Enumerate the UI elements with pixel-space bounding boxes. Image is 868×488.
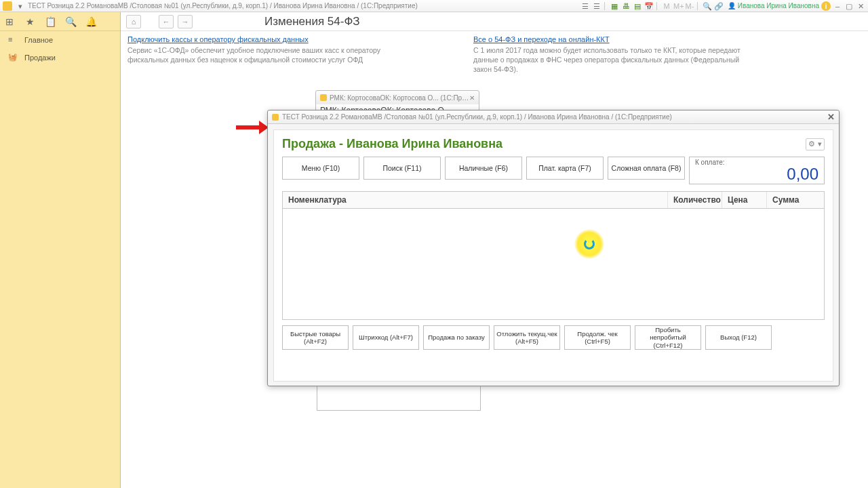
mminus-icon[interactable]: M- — [685, 1, 694, 11]
star-icon[interactable]: ★ — [24, 16, 35, 27]
search-icon[interactable]: 🔍 — [703, 1, 712, 11]
doc-icon[interactable]: ▤ — [633, 1, 642, 11]
toolbar-icon-1[interactable]: ☰ — [580, 1, 590, 11]
back-button[interactable]: ← — [159, 15, 174, 28]
article-right-link[interactable]: Все о 54-ФЗ и переходе на онлайн-ККТ — [473, 35, 610, 43]
loading-spinner — [574, 229, 604, 259]
toolbar-icon-2[interactable]: ☰ — [592, 1, 601, 11]
settings-button[interactable]: ⚙ ▾ — [806, 138, 825, 150]
barcode-button[interactable]: Штрихкод (Alt+F7) — [353, 325, 419, 350]
resume-check-button[interactable]: Продолж. чек (Ctrl+F5) — [564, 325, 631, 350]
col-sum: Сумма — [767, 192, 824, 208]
forward-button[interactable]: → — [178, 15, 193, 28]
menu-icon: ≡ — [8, 35, 18, 45]
content-area: ⌂ ← → Изменения 54-ФЗ Подключить кассы к… — [121, 12, 868, 488]
modal-title-bar[interactable]: ТЕСТ Розница 2.2 РомановаМВ /Столовая №0… — [268, 110, 839, 124]
sidebar-icon-row: ⊞ ★ 📋 🔍 🔔 — [0, 12, 120, 31]
close-icon[interactable]: ✕ — [856, 1, 865, 11]
link-icon[interactable]: 🔗 — [714, 1, 724, 11]
maximize-icon[interactable]: ▢ — [844, 1, 854, 11]
home-button[interactable]: ⌂ — [126, 15, 141, 28]
sidebar-item-sales[interactable]: 🧺 Продажи — [0, 49, 120, 66]
calendar-icon[interactable]: 📅 — [644, 1, 654, 11]
m-icon[interactable]: M — [662, 1, 671, 11]
amount-value: 0,00 — [695, 166, 818, 182]
sale-by-order-button[interactable]: Продажа по заказу — [423, 325, 490, 350]
bg-tab-close-icon[interactable]: ✕ — [469, 94, 475, 102]
sale-modal: ТЕСТ Розница 2.2 РомановаМВ /Столовая №0… — [267, 110, 840, 386]
amount-panel: К оплате: 0,00 — [689, 157, 825, 184]
sidebar-item-label: Продажи — [24, 54, 56, 62]
search-button[interactable]: Поиск (F11) — [363, 157, 441, 180]
bg-tab-title: РМК: КортосоваОК: Кортосова О... (1С:Пре… — [330, 94, 469, 102]
hold-check-button[interactable]: Отложить текущ.чек (Alt+F5) — [494, 325, 560, 350]
sidebar-item-label: Главное — [24, 36, 53, 44]
info-icon[interactable]: i — [821, 1, 831, 11]
app-title: ТЕСТ Розница 2.2 РомановаМВ /Столовая №0… — [28, 2, 418, 9]
sidebar: ⊞ ★ 📋 🔍 🔔 ≡ Главное 🧺 Продажи — [0, 12, 121, 488]
cash-button[interactable]: Наличные (F6) — [445, 157, 522, 180]
background-window-tab[interactable]: РМК: КортосоваОК: Кортосова О... (1С:Пре… — [315, 90, 479, 105]
col-nomenclature: Номенклатура — [283, 192, 668, 208]
article-right-col: Все о 54-ФЗ и переходе на онлайн-ККТ С 1… — [473, 35, 745, 75]
punch-unpunched-button[interactable]: Пробить непробитый (Ctrl+F12) — [635, 325, 701, 350]
modal-body: Продажа - Иванова Ирина Ивановна ⚙ ▾ Мен… — [273, 129, 833, 382]
dropdown-icon[interactable]: ▾ — [16, 1, 25, 11]
mplus-icon[interactable]: M+ — [673, 1, 683, 11]
quick-goods-button[interactable]: Быстрые товары (Alt+F2) — [282, 325, 349, 350]
modal-close-icon[interactable]: ✕ — [827, 112, 835, 122]
apps-icon[interactable]: ⊞ — [4, 16, 15, 27]
clipboard-icon[interactable]: 📋 — [45, 16, 56, 27]
app-icon — [320, 94, 327, 101]
minimize-icon[interactable]: – — [833, 1, 842, 11]
user-label[interactable]: 👤 Иванова Ирина Ивановна — [728, 2, 819, 9]
col-price: Цена — [722, 192, 767, 208]
basket-icon: 🧺 — [8, 53, 18, 62]
article-left-link[interactable]: Подключить кассы к оператору фискальных … — [127, 35, 309, 43]
modal-title-text: ТЕСТ Розница 2.2 РомановаМВ /Столовая №0… — [282, 113, 672, 121]
complex-pay-button[interactable]: Сложная оплата (F8) — [608, 157, 685, 180]
page-title: Изменения 54-ФЗ — [264, 15, 360, 28]
article-left-col: Подключить кассы к оператору фискальных … — [127, 35, 399, 75]
app-icon — [3, 1, 12, 11]
search-icon[interactable]: 🔍 — [65, 16, 76, 27]
article-left-desc: Сервис «1С-ОФД» обеспечит удобное подклю… — [127, 45, 399, 64]
sale-title: Продажа - Иванова Ирина Ивановна — [282, 137, 502, 151]
menu-button[interactable]: Меню (F10) — [282, 157, 359, 180]
spinner-icon — [584, 239, 595, 249]
table-body — [282, 209, 825, 320]
app-title-bar: ▾ ТЕСТ Розница 2.2 РомановаМВ /Столовая … — [0, 0, 868, 12]
print-icon[interactable]: 🖶 — [621, 1, 631, 11]
content-toolbar: ⌂ ← → Изменения 54-ФЗ — [121, 12, 868, 31]
article-right-desc: С 1 июля 2017 года можно будет использов… — [473, 45, 745, 75]
table-header: Номенклатура Количество Цена Сумма — [282, 191, 825, 209]
col-quantity: Количество — [668, 192, 722, 208]
exit-button[interactable]: Выход (F12) — [705, 325, 772, 350]
bell-icon[interactable]: 🔔 — [85, 16, 96, 27]
sidebar-item-main[interactable]: ≡ Главное — [0, 31, 120, 49]
app-icon — [272, 114, 279, 121]
app-grid-icon[interactable]: ▦ — [610, 1, 619, 11]
card-button[interactable]: Плат. карта (F7) — [526, 157, 604, 180]
